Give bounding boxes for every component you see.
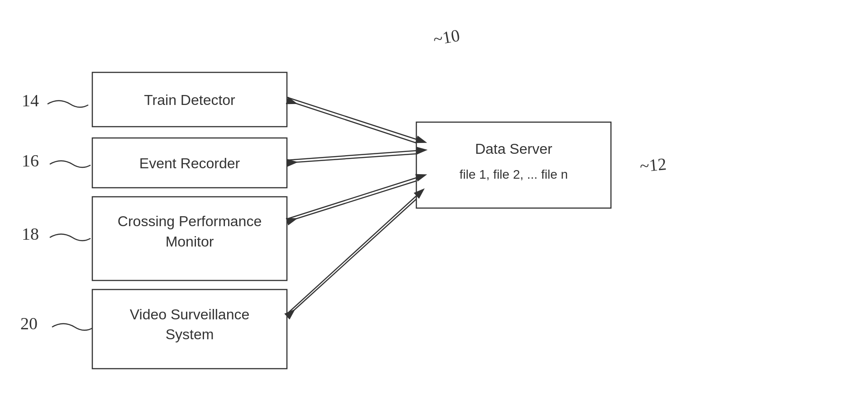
annotation-18: 18 (22, 224, 39, 243)
annotation-16: 16 (22, 151, 39, 170)
arrow-server-to-crossing (287, 181, 416, 222)
arrow-crossing-to-server (287, 178, 416, 219)
data-server-label: Data Server (475, 141, 553, 157)
event-recorder-label: Event Recorder (139, 155, 240, 171)
tilde-20 (52, 324, 93, 331)
crossing-monitor-label2: Monitor (166, 233, 214, 250)
data-server-box (416, 122, 611, 208)
tilde-14 (48, 101, 88, 108)
annotation-12: ~12 (639, 154, 667, 176)
annotation-20: 20 (20, 314, 38, 333)
train-detector-label: Train Detector (144, 92, 235, 108)
diagram-container: ~10 ~12 14 16 18 20 Train Detector Event… (0, 0, 868, 413)
arrow-video-to-server (287, 196, 416, 314)
annotation-10: ~10 (432, 25, 461, 49)
tilde-16 (50, 161, 91, 168)
video-surveillance-label2: System (166, 326, 214, 342)
arrow-server-to-train (287, 100, 416, 143)
architecture-diagram: ~10 ~12 14 16 18 20 Train Detector Event… (0, 0, 868, 413)
arrow-server-to-video (287, 199, 416, 317)
video-surveillance-label1: Video Surveillance (130, 306, 249, 323)
data-server-sublabel: file 1, file 2, ... file n (459, 167, 568, 181)
annotation-14: 14 (22, 91, 39, 110)
crossing-monitor-label1: Crossing Performance (118, 213, 262, 229)
arrow-train-to-server (287, 97, 416, 139)
tilde-18 (50, 234, 91, 241)
